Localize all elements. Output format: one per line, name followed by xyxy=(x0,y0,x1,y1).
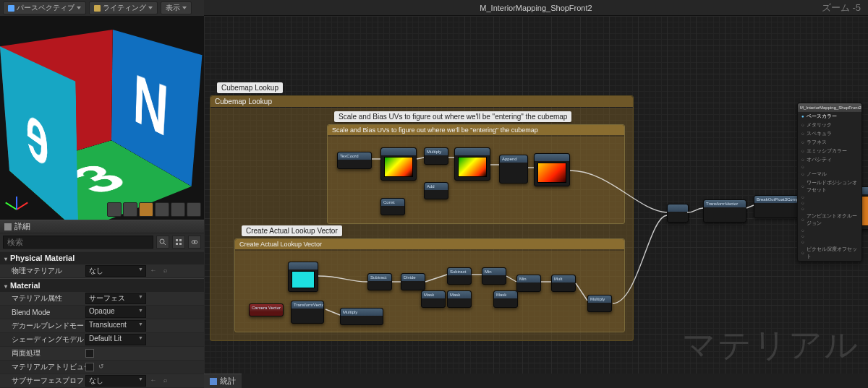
axis-gizmo xyxy=(6,189,30,214)
graph-title: M_InteriorMapping_ShopFront2 xyxy=(480,4,592,12)
material-pin[interactable]: ラフネス xyxy=(798,138,861,147)
details-header: 詳細 xyxy=(0,220,204,233)
node-swatch-cyan[interactable] xyxy=(288,262,318,292)
node-reroute[interactable] xyxy=(667,204,689,223)
vp-icon[interactable] xyxy=(139,202,153,217)
prop-row-two-sided: 両面処理 xyxy=(0,347,204,361)
two-sided-checkbox[interactable] xyxy=(85,349,94,358)
node-transform[interactable]: TransformVector xyxy=(291,301,324,324)
material-pin[interactable]: アンビエントオクルージョン xyxy=(798,212,861,228)
graph-tabbar: M_InteriorMapping_ShopFront2 ズーム -5 xyxy=(204,0,868,16)
material-attr-checkbox[interactable] xyxy=(85,363,94,371)
svg-rect-3 xyxy=(179,239,182,241)
material-result-node[interactable]: M_InteriorMapping_ShopFront2 ベースカラーメタリック… xyxy=(797,103,862,262)
material-pin[interactable]: スペキュラ xyxy=(798,129,861,138)
watermark: マテリアル xyxy=(682,323,859,368)
node-swatch2[interactable] xyxy=(454,147,490,181)
reset-icon[interactable]: ↺ xyxy=(97,363,106,371)
subsurface-combo[interactable]: なし xyxy=(85,375,146,387)
vp-icon[interactable] xyxy=(171,202,185,217)
vp-icon[interactable] xyxy=(123,202,137,217)
node-swatch3[interactable] xyxy=(534,153,570,186)
node-sub[interactable]: Subtract xyxy=(367,273,392,290)
node-mask[interactable]: Mask xyxy=(421,290,446,308)
chevron-down-icon xyxy=(77,7,81,9)
cat-material[interactable]: Material xyxy=(0,278,204,292)
vp-icon[interactable] xyxy=(187,202,201,217)
material-pin[interactable] xyxy=(798,206,861,212)
material-pin[interactable]: ノーマル xyxy=(798,170,861,178)
blend-mode-combo[interactable]: Opaque xyxy=(85,306,146,318)
node-mult3[interactable]: Multiply xyxy=(587,295,612,312)
vp-icon[interactable] xyxy=(155,202,169,217)
node-texcoord[interactable]: TexCoord xyxy=(337,152,372,169)
decal-blend-combo[interactable]: Translucent xyxy=(85,320,146,332)
find-icon[interactable]: ⌕ xyxy=(161,376,169,385)
prop-row-subsurface: サブサーフェスプロファ なし←⌕ xyxy=(0,374,204,388)
lighting-button[interactable]: ライティング xyxy=(89,1,158,14)
viewport-toolbar: パースペクティブ ライティング 表示 xyxy=(0,0,204,16)
comment-tag-inner2: Create Actual Lookup Vector xyxy=(242,225,342,236)
perspective-icon xyxy=(8,5,14,12)
material-pin[interactable] xyxy=(798,233,861,239)
light-icon xyxy=(94,5,101,12)
node-swatch1[interactable] xyxy=(380,147,417,181)
prop-row-shading-model: シェーディングモデル Default Lit xyxy=(0,333,204,347)
prop-row-phys-material: 物理マテリアル なし←⌕ xyxy=(0,264,204,278)
matrix-icon[interactable] xyxy=(172,236,185,249)
find-icon[interactable]: ⌕ xyxy=(161,267,169,275)
stats-tab[interactable]: 統計 xyxy=(204,374,242,388)
node-camera-vector[interactable]: Camera Vector xyxy=(249,303,284,316)
phys-material-combo[interactable]: なし xyxy=(85,265,146,277)
cat-physical-material[interactable]: Physical Material xyxy=(0,251,204,264)
graph-area[interactable]: Cubemap Lookup Cubemap Lookup Scale and … xyxy=(204,16,868,374)
material-pin[interactable]: エミッシブカラー xyxy=(798,147,861,155)
node-min[interactable]: Min xyxy=(482,267,506,285)
material-pin[interactable] xyxy=(798,239,861,245)
node-const[interactable]: Const xyxy=(380,198,405,215)
chevron-down-icon xyxy=(148,7,153,9)
comment-tag-main: Cubemap Lookup xyxy=(217,82,283,93)
node-multiply[interactable]: Multiply xyxy=(340,308,383,325)
prop-row-material-domain: マテリアル属性 サーフェス xyxy=(0,292,204,306)
browse-icon[interactable]: ← xyxy=(149,267,158,275)
viewport-bottom-icons xyxy=(107,202,201,217)
node-mult[interactable]: Multiply xyxy=(424,147,448,165)
material-pin[interactable] xyxy=(798,228,861,233)
search-input[interactable] xyxy=(3,236,153,249)
svg-rect-5 xyxy=(179,243,182,245)
material-pin[interactable] xyxy=(798,200,861,206)
node-sub2[interactable]: Subtract xyxy=(447,267,472,285)
node-div[interactable]: Divide xyxy=(401,273,425,290)
material-pin[interactable] xyxy=(798,194,861,200)
comment-tag-inner1: Scale and Bias UVs to figure out where w… xyxy=(334,111,571,122)
material-pin[interactable]: ピクセル深度オフセット xyxy=(798,245,861,261)
svg-rect-4 xyxy=(176,243,178,245)
material-pin[interactable] xyxy=(798,164,861,170)
material-pin[interactable]: オパシティ xyxy=(798,155,861,164)
node-min2[interactable]: Min xyxy=(516,275,541,292)
prop-row-material-attr: マテリアルアトリビュー ↺ xyxy=(0,361,204,374)
perspective-button[interactable]: パースペクティブ xyxy=(3,1,86,14)
shading-model-combo[interactable]: Default Lit xyxy=(85,334,146,345)
node-add[interactable]: Add xyxy=(424,182,448,199)
material-pin[interactable]: ワールドポジションオフセット xyxy=(798,178,861,194)
svg-rect-2 xyxy=(176,239,178,241)
viewport-3d[interactable]: e N 3 xyxy=(0,16,204,220)
node-mask3[interactable]: Mask xyxy=(493,290,518,308)
node-append[interactable]: Append xyxy=(499,155,528,184)
material-pin[interactable]: ベースカラー xyxy=(798,112,861,121)
details-icon xyxy=(4,223,12,230)
show-button[interactable]: 表示 xyxy=(161,1,192,14)
prop-row-blend-mode: Blend Mode Opaque xyxy=(0,306,204,319)
search-icon[interactable] xyxy=(156,236,169,249)
browse-icon[interactable]: ← xyxy=(149,376,158,385)
vp-icon[interactable] xyxy=(107,202,122,217)
node-transform2[interactable]: TransformVector xyxy=(703,199,746,223)
node-mask2[interactable]: Mask xyxy=(447,290,472,308)
node-mult2[interactable]: Mult xyxy=(551,275,576,292)
eye-icon[interactable] xyxy=(188,236,201,249)
material-pin[interactable]: メタリック xyxy=(798,121,861,129)
material-domain-combo[interactable]: サーフェス xyxy=(85,293,146,304)
graph-panel: M_InteriorMapping_ShopFront2 ズーム -5 Cube… xyxy=(204,0,868,388)
